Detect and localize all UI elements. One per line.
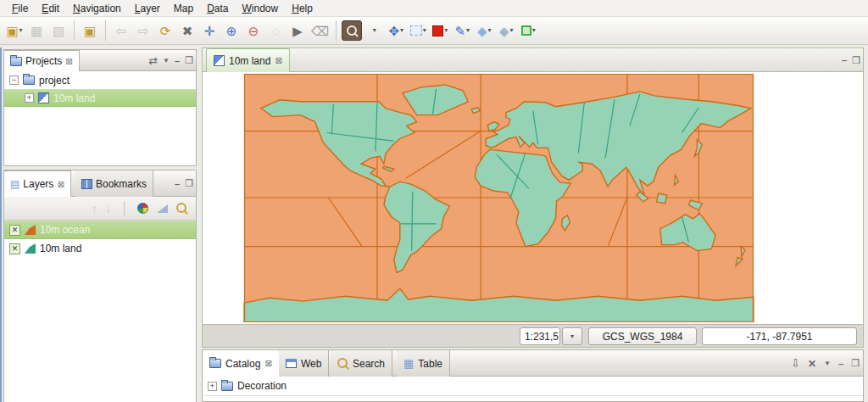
search-icon [337,358,348,369]
menu-data[interactable]: Data [200,1,235,16]
save-button[interactable]: ▦ [26,20,47,41]
tab-table[interactable]: ▦ Table [397,350,450,377]
tab-catalog[interactable]: Catalog ⊠ [203,350,280,377]
close-icon[interactable]: ⊠ [57,180,64,189]
zoom-tool-dropdown[interactable]: ▾ [364,20,384,41]
maximize-icon[interactable]: ❒ [851,358,860,369]
project-folder-icon [23,75,35,85]
tab-map-10m-land[interactable]: 10m land ⊠ [206,48,290,72]
collapse-icon[interactable]: − [9,75,19,85]
map-icon [214,55,225,66]
new-map-button[interactable]: ▣ [80,20,100,41]
close-icon[interactable]: ⊠ [65,57,72,66]
minimize-icon[interactable]: – [175,179,180,189]
edit-geometry-button[interactable]: ✎▾ [452,20,472,41]
zoom-in-icon: ⊕ [226,25,237,37]
eraser-icon: ⌫ [311,25,329,37]
world-map [242,74,755,322]
layer-row-10m-ocean[interactable]: ✕ 10m ocean [4,221,196,239]
move-layer-down-icon[interactable]: ↓ [106,202,112,215]
tab-layers[interactable]: ▤ Layers ⊠ [4,170,71,197]
pan-tool-button[interactable]: ✥▾ [386,20,406,41]
minimize-icon[interactable]: – [175,56,180,66]
project-label: project [39,75,70,87]
minimize-icon[interactable]: – [838,359,843,369]
tree-row-decoration[interactable]: + Decoration [203,377,863,396]
move-layer-up-icon[interactable]: ↑ [92,202,97,215]
tree-row-10m-land[interactable]: + 10m land [4,89,196,107]
tree-row-project[interactable]: − project [4,71,196,89]
stop-render-button[interactable]: ✖ [177,20,198,41]
tab-bookmarks[interactable]: Bookmarks [75,170,153,197]
zoom-extent-icon: ✛ [204,25,215,37]
zoom-in-button[interactable]: ⊕ [221,20,242,41]
edit-vertex-icon: ✎ [454,25,465,37]
tab-web[interactable]: Web [279,350,329,377]
zoom-out-button[interactable]: ⊖ [243,20,264,41]
layers-toolbar: ↑ ↓ [4,197,196,221]
menu-edit[interactable]: Edit [35,1,66,16]
zoom-out-icon: ⊖ [248,25,259,37]
expand-icon[interactable]: + [25,93,34,103]
menu-help[interactable]: Help [285,1,320,16]
tab-web-label: Web [301,358,321,370]
zoom-to-layer-icon[interactable] [176,203,187,214]
new-button[interactable]: ▣▾ [4,20,25,41]
tab-search[interactable]: Search [331,350,392,377]
layer-visible-checkbox[interactable]: ✕ [9,225,20,236]
style-palette-icon[interactable] [137,203,148,214]
scale-dropdown-button[interactable]: ▾ [562,327,582,345]
crs-button[interactable]: GCS_WGS_1984 [588,327,697,345]
menu-file[interactable]: File [5,1,35,16]
borneo [657,193,667,204]
run-button[interactable]: ▶ [287,20,308,41]
close-icon[interactable]: ⊠ [275,56,281,65]
select-tool-button[interactable]: ▾ [408,20,428,41]
decoration-label: Decoration [237,380,287,392]
menu-navigation[interactable]: Navigation [66,1,128,16]
style-color-button[interactable]: ▾ [430,20,450,41]
create-feature-button[interactable]: ◆▾ [474,20,494,41]
zoom-extent-button[interactable]: ✛ [199,20,220,41]
menu-layer[interactable]: Layer [128,1,167,16]
maximize-icon[interactable]: ❒ [185,55,193,66]
zoom-tool-button[interactable] [342,20,362,41]
chevron-down-icon: ▾ [444,27,448,34]
refresh-button[interactable]: ⟳ [155,20,175,41]
layer-label-land: 10m land [40,243,81,254]
map-item-label: 10m land [53,92,95,104]
import-icon[interactable]: ⇩ [791,357,800,370]
refresh-icon: ⟳ [160,25,171,37]
layers-view: ▤ Layers ⊠ Bookmarks – ❒ ↑ ↓ ✕ 10m ocean… [3,170,197,402]
zoom-previous-button[interactable]: ◌ [265,20,286,41]
save-all-button[interactable]: ▧ [48,20,69,41]
layers-icon: ▤ [10,179,19,189]
back-button[interactable]: ⇦ [111,20,131,41]
eraser-button[interactable]: ⌫ [309,20,331,41]
forward-button[interactable]: ⇨ [133,20,153,41]
grid-tool-button[interactable]: ▾ [518,20,538,41]
layer-visible-checkbox[interactable]: ✕ [9,243,20,254]
link-with-editor-icon[interactable]: ⇄ [148,54,158,67]
map-canvas[interactable] [203,72,863,324]
expand-icon[interactable]: + [208,382,217,391]
coordinates-field[interactable]: -171, -87.7951 [702,327,857,345]
menu-window[interactable]: Window [236,1,286,16]
style-editor-icon[interactable] [157,204,168,213]
menu-map[interactable]: Map [167,1,200,16]
scale-input[interactable]: 1:231,5 [520,327,560,345]
minimize-icon[interactable]: – [842,55,847,65]
maximize-icon[interactable]: ❒ [185,178,193,189]
layer-row-10m-land[interactable]: ✕ 10m land [4,239,196,258]
remove-icon[interactable]: ✕ [808,358,816,370]
save-all-icon: ▧ [53,25,64,37]
view-menu-icon[interactable]: ▼ [824,360,831,367]
back-icon: ⇦ [116,25,127,37]
close-icon[interactable]: ⊠ [264,359,271,368]
tab-projects[interactable]: Projects ⊠ [4,50,80,71]
forward-icon: ⇨ [138,25,149,37]
view-menu-icon[interactable]: ▼ [163,57,170,64]
delete-feature-button[interactable]: ◆▾ [496,20,516,41]
maximize-icon[interactable]: ❒ [852,55,860,66]
layer-swatch-ocean [25,225,36,235]
